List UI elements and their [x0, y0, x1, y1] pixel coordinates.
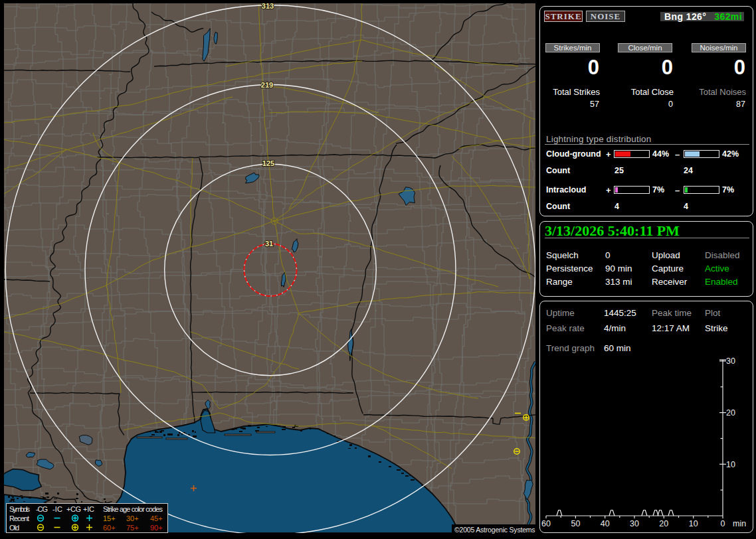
- svg-text:10: 10: [689, 519, 698, 528]
- svg-text:60+: 60+: [103, 524, 116, 532]
- svg-text:+IC: +IC: [83, 505, 94, 513]
- svg-text:75+: 75+: [126, 524, 139, 532]
- svg-text:-IC: -IC: [52, 505, 62, 513]
- svg-text:min: min: [733, 519, 746, 528]
- svg-text:30+: 30+: [126, 514, 139, 522]
- svg-text:50: 50: [571, 519, 580, 528]
- svg-text:20: 20: [659, 519, 668, 528]
- svg-text:Symbols: Symbols: [9, 505, 31, 513]
- svg-text:125: 125: [262, 159, 274, 167]
- svg-text:20: 20: [726, 408, 735, 418]
- svg-text:Strike age color codes: Strike age color codes: [103, 505, 163, 513]
- svg-text:60: 60: [541, 519, 551, 528]
- svg-text:30: 30: [630, 519, 639, 528]
- svg-text:31: 31: [265, 240, 273, 248]
- svg-text:219: 219: [261, 81, 273, 89]
- svg-text:Recent: Recent: [9, 514, 29, 522]
- svg-text:90+: 90+: [150, 524, 163, 532]
- svg-text:-CG: -CG: [36, 505, 48, 513]
- svg-text:Old: Old: [9, 524, 19, 532]
- svg-text:10: 10: [726, 460, 735, 469]
- svg-text:0: 0: [721, 519, 725, 528]
- svg-text:45+: 45+: [150, 514, 163, 522]
- svg-text:313: 313: [262, 3, 274, 10]
- svg-text:40: 40: [601, 519, 610, 528]
- svg-text:30: 30: [726, 356, 735, 366]
- svg-text:15+: 15+: [103, 514, 116, 522]
- svg-text:+CG: +CG: [66, 505, 81, 513]
